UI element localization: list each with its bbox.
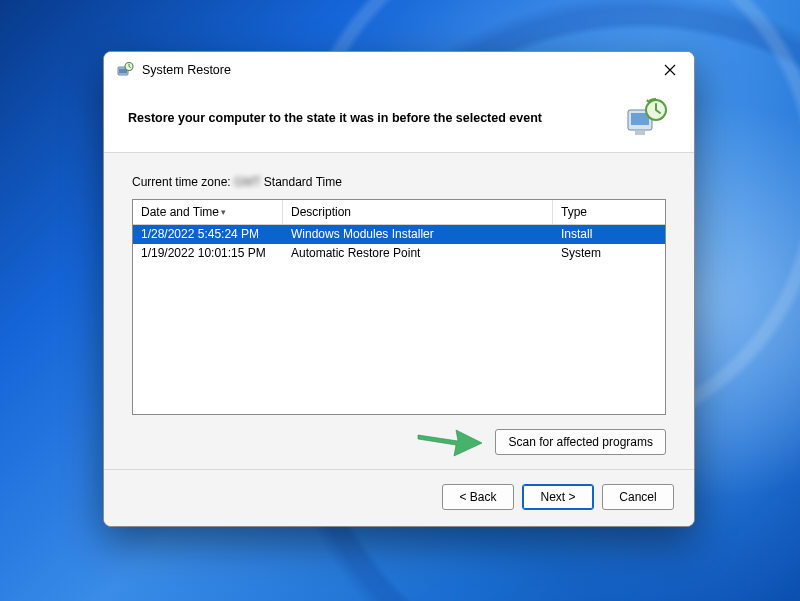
cell-type: Install [553, 225, 665, 244]
restore-large-icon [622, 96, 670, 140]
system-restore-window: System Restore Restore your computer to … [103, 51, 695, 527]
window-title: System Restore [142, 63, 231, 77]
column-type-label: Type [561, 205, 587, 219]
cell-date: 1/19/2022 10:01:15 PM [133, 244, 283, 263]
column-date[interactable]: Date and Time▾ [133, 200, 283, 224]
table-row[interactable]: 1/28/2022 5:45:24 PM Windows Modules Ins… [133, 225, 665, 244]
timezone-suffix: Standard Time [261, 175, 342, 189]
close-icon [664, 64, 676, 76]
column-date-label: Date and Time [141, 205, 219, 219]
table-row[interactable]: 1/19/2022 10:01:15 PM Automatic Restore … [133, 244, 665, 263]
cell-date: 1/28/2022 5:45:24 PM [133, 225, 283, 244]
header-band: Restore your computer to the state it wa… [104, 86, 694, 153]
scan-affected-button[interactable]: Scan for affected programs [495, 429, 666, 455]
dialog-body: Current time zone: GMT Standard Time Dat… [104, 153, 694, 469]
svg-rect-5 [635, 131, 645, 135]
back-button[interactable]: < Back [442, 484, 514, 510]
cancel-button[interactable]: Cancel [602, 484, 674, 510]
table-header: Date and Time▾ Description Type [133, 200, 665, 225]
cell-description: Automatic Restore Point [283, 244, 553, 263]
footer: < Back Next > Cancel [104, 469, 694, 526]
annotation-arrow-icon [416, 423, 486, 462]
sort-desc-icon: ▾ [221, 207, 226, 217]
column-description[interactable]: Description [283, 200, 553, 224]
restore-point-table[interactable]: Date and Time▾ Description Type 1/28/202… [132, 199, 666, 415]
cell-description: Windows Modules Installer [283, 225, 553, 244]
column-type[interactable]: Type [553, 200, 665, 224]
page-title: Restore your computer to the state it wa… [128, 111, 622, 125]
timezone-value: GMT [234, 175, 260, 189]
close-button[interactable] [656, 60, 684, 80]
next-button[interactable]: Next > [522, 484, 594, 510]
actions-row: Scan for affected programs [132, 429, 666, 455]
table-body: 1/28/2022 5:45:24 PM Windows Modules Ins… [133, 225, 665, 263]
timezone-label: Current time zone: GMT Standard Time [132, 175, 666, 189]
system-restore-icon [116, 61, 134, 79]
titlebar: System Restore [104, 52, 694, 86]
timezone-prefix: Current time zone: [132, 175, 234, 189]
column-description-label: Description [291, 205, 351, 219]
cell-type: System [553, 244, 665, 263]
